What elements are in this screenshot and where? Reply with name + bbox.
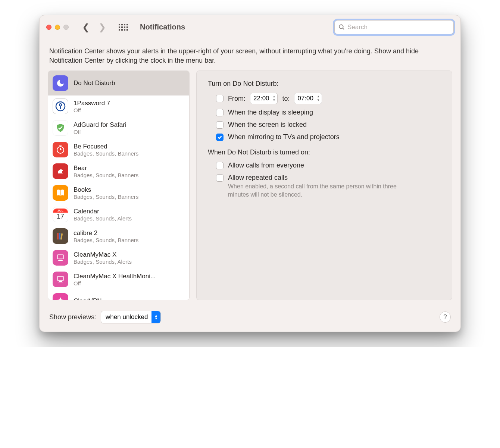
sidebar-item-sub: Badges, Sounds, Banners bbox=[74, 194, 138, 200]
stepper-down-icon[interactable]: ▼ bbox=[272, 98, 277, 102]
select-arrows-icon: ▲▼ bbox=[151, 311, 160, 323]
screen-locked-checkbox[interactable] bbox=[216, 121, 224, 129]
sidebar-item-cleanmymac-health[interactable]: CleanMyMac X HealthMoni...Off bbox=[48, 269, 189, 290]
sidebar-item-label: CleanMyMac X HealthMoni... bbox=[74, 273, 156, 280]
sidebar-item-sub: Badges, Sounds, Banners bbox=[74, 172, 138, 178]
check-icon bbox=[217, 135, 222, 140]
minimize-window-button[interactable] bbox=[55, 25, 60, 30]
svg-rect-11 bbox=[59, 233, 60, 239]
from-time-value: 22:00 bbox=[253, 95, 269, 102]
sidebar-item-sub: Badges, Sounds, Alerts bbox=[74, 215, 132, 222]
sidebar-item-sub: Badges, Sounds, Alerts bbox=[74, 259, 132, 265]
app-sidebar[interactable]: Do Not Disturb 1Password 7Off AdGuard fo… bbox=[48, 71, 190, 300]
allow-calls-everyone-label: Allow calls from everyone bbox=[228, 162, 304, 169]
turn-on-dnd-title: Turn on Do Not Disturb: bbox=[208, 80, 441, 88]
search-icon bbox=[338, 24, 345, 31]
sidebar-item-adguard[interactable]: AdGuard for SafariOff bbox=[48, 117, 189, 139]
sidebar-item-label: 1Password 7 bbox=[74, 100, 110, 107]
svg-rect-16 bbox=[57, 276, 63, 281]
when-dnd-on-title: When Do Not Disturb is turned on: bbox=[208, 148, 441, 156]
calendar-icon: JUL 17 bbox=[53, 207, 68, 222]
sidebar-item-label: Calendar bbox=[74, 208, 132, 215]
allow-repeated-calls-label: Allow repeated calls bbox=[228, 174, 288, 182]
calendar-icon-day: 17 bbox=[57, 213, 64, 220]
adguard-icon bbox=[53, 120, 68, 136]
sidebar-item-sub: Off bbox=[74, 107, 110, 113]
svg-point-0 bbox=[339, 25, 343, 29]
window-title: Notifications bbox=[140, 23, 185, 31]
display-sleeping-checkbox[interactable] bbox=[216, 109, 224, 116]
svg-rect-12 bbox=[60, 234, 63, 239]
intro-text: Notification Center shows your alerts in… bbox=[40, 39, 460, 71]
svg-line-1 bbox=[343, 28, 344, 29]
sidebar-item-calendar[interactable]: JUL 17 CalendarBadges, Sounds, Alerts bbox=[48, 204, 189, 225]
forward-button[interactable]: ❯ bbox=[99, 23, 106, 32]
mirroring-checkbox[interactable] bbox=[216, 134, 224, 141]
close-window-button[interactable] bbox=[46, 25, 51, 30]
show-previews-label: Show previews: bbox=[49, 313, 96, 321]
titlebar: ❮ ❯ Notifications bbox=[40, 15, 460, 39]
from-to-row: From: 22:00 ▲▼ to: 07:00 ▲▼ bbox=[208, 93, 441, 104]
cleanmymac-icon bbox=[53, 250, 68, 266]
show-previews-value: when unlocked bbox=[106, 313, 148, 321]
sidebar-item-sub: Badges, Sounds, Banners bbox=[74, 150, 138, 157]
window-controls bbox=[46, 25, 69, 30]
show-previews-select[interactable]: when unlocked ▲▼ bbox=[101, 311, 161, 323]
calendar-icon-month: JUL bbox=[53, 209, 68, 213]
sidebar-item-dnd[interactable]: Do Not Disturb bbox=[48, 71, 189, 95]
bear-icon bbox=[53, 163, 68, 179]
to-time-stepper[interactable]: 07:00 ▲▼ bbox=[294, 93, 322, 104]
onepassword-icon bbox=[53, 98, 68, 114]
sidebar-item-bear[interactable]: BearBadges, Sounds, Banners bbox=[48, 160, 189, 182]
mirroring-label: When mirroring to TVs and projectors bbox=[228, 133, 340, 141]
stepper-down-icon[interactable]: ▼ bbox=[316, 98, 321, 102]
show-all-prefs-button[interactable] bbox=[119, 24, 128, 31]
display-sleeping-label: When the display is sleeping bbox=[228, 109, 313, 116]
stepper-up-icon[interactable]: ▲ bbox=[316, 95, 321, 98]
sidebar-item-books[interactable]: BooksBadges, Sounds, Banners bbox=[48, 182, 189, 204]
sidebar-item-1password[interactable]: 1Password 7Off bbox=[48, 95, 189, 117]
back-button[interactable]: ❮ bbox=[82, 23, 90, 32]
from-label: From: bbox=[228, 95, 246, 103]
sidebar-item-cleanmymac[interactable]: CleanMyMac XBadges, Sounds, Alerts bbox=[48, 247, 189, 269]
svg-rect-17 bbox=[59, 281, 62, 282]
preferences-window: ❮ ❯ Notifications Notification Center sh… bbox=[39, 15, 461, 332]
sidebar-item-sub: Off bbox=[74, 280, 156, 286]
sidebar-item-label: Books bbox=[74, 186, 138, 194]
svg-rect-14 bbox=[59, 260, 62, 260]
screen-locked-label: When the screen is locked bbox=[228, 121, 307, 129]
befocused-icon bbox=[53, 142, 68, 157]
zoom-window-button[interactable] bbox=[63, 25, 69, 30]
svg-rect-15 bbox=[58, 260, 63, 261]
cleanmymac-health-icon bbox=[53, 272, 68, 287]
search-field[interactable] bbox=[334, 20, 454, 34]
sidebar-item-label: Bear bbox=[74, 165, 138, 172]
allow-repeated-calls-checkbox[interactable] bbox=[216, 174, 224, 182]
sidebar-item-label: CleanMyMac X bbox=[74, 251, 132, 259]
help-button[interactable]: ? bbox=[440, 311, 451, 323]
footer: Show previews: when unlocked ▲▼ ? bbox=[40, 306, 460, 332]
sidebar-item-befocused[interactable]: Be FocusedBadges, Sounds, Banners bbox=[48, 139, 189, 160]
stepper-up-icon[interactable]: ▲ bbox=[272, 95, 277, 98]
books-icon bbox=[53, 185, 68, 201]
clearvpn-icon bbox=[53, 293, 68, 300]
svg-rect-10 bbox=[57, 233, 59, 239]
search-input[interactable] bbox=[347, 24, 450, 31]
sidebar-item-label: AdGuard for Safari bbox=[74, 121, 126, 129]
sidebar-item-label: calibre 2 bbox=[74, 229, 138, 237]
sidebar-item-sub: Off bbox=[74, 129, 126, 135]
sidebar-item-clearvpn[interactable]: ClearVPN bbox=[48, 290, 189, 300]
sidebar-item-calibre[interactable]: calibre 2Badges, Sounds, Banners bbox=[48, 225, 189, 247]
to-label: to: bbox=[282, 95, 290, 103]
svg-rect-4 bbox=[60, 106, 61, 109]
from-time-checkbox[interactable] bbox=[216, 95, 224, 102]
svg-rect-18 bbox=[58, 282, 63, 282]
moon-icon bbox=[53, 75, 68, 91]
nav-arrows: ❮ ❯ bbox=[82, 23, 106, 32]
from-time-stepper[interactable]: 22:00 ▲▼ bbox=[250, 93, 278, 104]
repeated-calls-hint: When enabled, a second call from the sam… bbox=[208, 182, 402, 198]
allow-calls-everyone-checkbox[interactable] bbox=[216, 162, 224, 169]
sidebar-item-label: ClearVPN bbox=[74, 297, 102, 300]
to-time-value: 07:00 bbox=[297, 95, 313, 102]
sidebar-item-sub: Badges, Sounds, Banners bbox=[74, 237, 138, 243]
